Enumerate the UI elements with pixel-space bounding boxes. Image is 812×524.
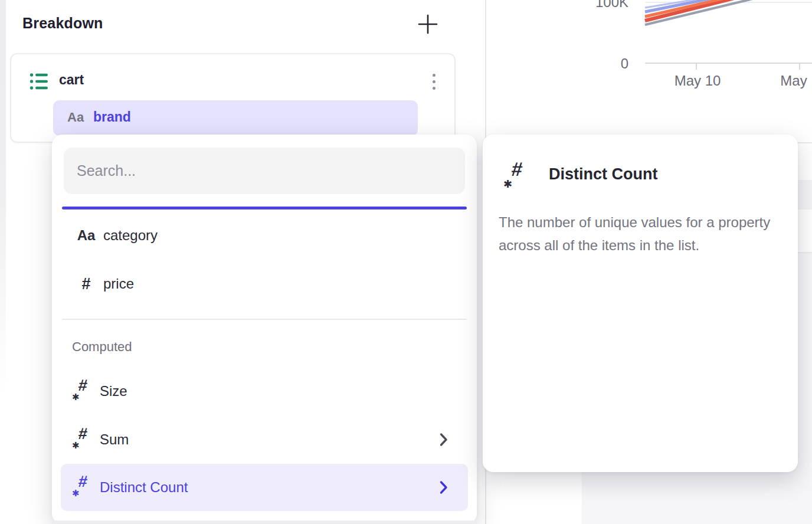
dropdown-footer-divider	[52, 520, 477, 524]
selected-property-name: brand	[93, 109, 131, 125]
breakdown-property-group-card: cart Aa brand	[10, 53, 456, 143]
selected-property-pill[interactable]: Aa brand	[53, 100, 418, 136]
x-axis-tick-may1: May 1	[758, 73, 812, 89]
plus-icon	[414, 11, 441, 38]
distinct-count-info-card: # ✱ Distinct Count The number of unique …	[483, 135, 798, 472]
list-type-icon	[30, 72, 48, 91]
property-dropdown: Aa category # price Computed # ✱ Size # …	[52, 135, 477, 524]
computed-option-distinct-count[interactable]: # ✱ Distinct Count	[61, 464, 468, 511]
computed-option-size[interactable]: # ✱ Size	[61, 367, 468, 415]
dropdown-divider	[62, 319, 467, 320]
property-option-price[interactable]: # price	[61, 260, 468, 308]
search-input[interactable]	[64, 148, 465, 194]
info-card-title: Distinct Count	[549, 165, 657, 184]
property-group-name: cart	[59, 72, 84, 88]
computed-number-icon: # ✱	[73, 427, 96, 453]
line-chart: 100K 0 May 10 May 1	[486, 0, 812, 143]
add-breakdown-button[interactable]	[414, 11, 441, 38]
computed-section-label: Computed	[72, 339, 132, 355]
computed-option-label: Sum	[100, 431, 129, 448]
app-canvas: 100K 0 May 10 May 1 Breakdown cart Aa br…	[0, 0, 812, 524]
property-option-label: price	[103, 276, 134, 292]
number-type-icon: #	[73, 275, 100, 293]
computed-option-label: Size	[100, 383, 127, 399]
y-axis-tick-100k: 100K	[558, 0, 628, 11]
y-axis-tick-0: 0	[558, 55, 628, 72]
info-card-description: The number of unique values for a proper…	[499, 211, 794, 257]
left-edge-shadow	[0, 0, 6, 395]
chart-lines	[486, 0, 812, 143]
computed-option-sum[interactable]: # ✱ Sum	[61, 415, 468, 464]
kebab-menu-icon[interactable]	[425, 65, 442, 98]
active-tab-underline	[62, 207, 467, 209]
computed-option-label: Distinct Count	[100, 479, 188, 496]
property-option-label: category	[103, 227, 158, 244]
string-type-icon: Aa	[73, 227, 100, 244]
property-option-category[interactable]: Aa category	[61, 211, 468, 260]
x-axis-tick-may10: May 10	[656, 73, 739, 89]
computed-number-icon: # ✱	[504, 161, 535, 194]
string-type-icon: Aa	[67, 110, 84, 125]
computed-number-icon: # ✱	[73, 474, 96, 500]
breakdown-section-title: Breakdown	[22, 15, 103, 32]
chevron-right-icon	[440, 480, 448, 494]
computed-number-icon: # ✱	[73, 378, 96, 404]
chevron-right-icon	[440, 433, 448, 447]
